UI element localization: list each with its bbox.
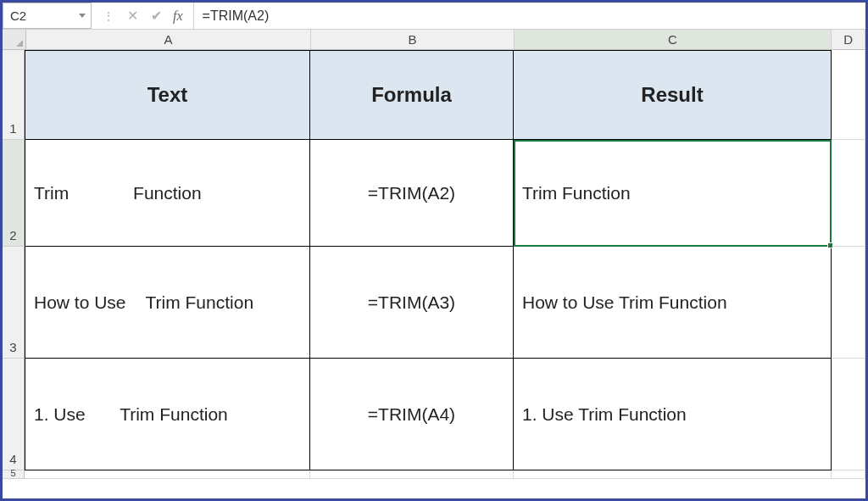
cell-a4[interactable]: 1. Use Trim Function (25, 359, 310, 470)
row-header-4[interactable]: 4 (3, 359, 25, 470)
cell-d3[interactable] (832, 247, 865, 359)
select-all-corner[interactable] (3, 30, 26, 49)
chevron-down-icon[interactable] (79, 14, 86, 18)
table-row: How to Use Trim Function =TRIM(A3) How t… (25, 247, 865, 359)
cell-a3[interactable]: How to Use Trim Function (25, 247, 310, 359)
spreadsheet-grid: 1 2 3 4 5 Text Formula Result Trim Funct… (3, 50, 865, 479)
row-header-3[interactable]: 3 (3, 247, 25, 359)
fx-icon[interactable]: fx (168, 8, 188, 24)
name-box-value: C2 (10, 8, 26, 23)
cancel-icon[interactable]: ✕ (120, 8, 144, 24)
cell-c3[interactable]: How to Use Trim Function (514, 247, 832, 359)
row-header-2[interactable]: 2 (3, 140, 25, 247)
formula-controls: ⋮ ✕ ✔ fx (92, 3, 194, 29)
column-header-c[interactable]: C (515, 30, 832, 49)
cell-d1[interactable] (832, 50, 865, 140)
cell-a2[interactable]: Trim Function (25, 140, 310, 247)
header-result[interactable]: Result (514, 50, 832, 140)
table-header-row: Text Formula Result (25, 50, 865, 140)
cell-b5[interactable] (310, 470, 514, 479)
cell-c2[interactable]: Trim Function (514, 140, 832, 247)
cell-c5[interactable] (514, 470, 832, 479)
row-headers: 1 2 3 4 5 (3, 50, 25, 479)
cell-c4[interactable]: 1. Use Trim Function (514, 359, 832, 470)
column-header-b[interactable]: B (311, 30, 515, 49)
cell-d2[interactable] (832, 140, 865, 247)
cell-b3[interactable]: =TRIM(A3) (310, 247, 514, 359)
column-header-d[interactable]: D (832, 30, 865, 49)
table-row: 1. Use Trim Function =TRIM(A4) 1. Use Tr… (25, 359, 865, 470)
table-row: Trim Function =TRIM(A2) Trim Function (25, 140, 865, 247)
table-row (25, 470, 865, 479)
row-header-1[interactable]: 1 (3, 50, 25, 140)
cell-d4[interactable] (832, 359, 865, 470)
formula-input[interactable]: =TRIM(A2) (194, 3, 865, 29)
column-header-a[interactable]: A (26, 30, 311, 49)
enter-icon[interactable]: ✔ (144, 8, 168, 24)
cell-d5[interactable] (832, 470, 865, 479)
cell-b4[interactable]: =TRIM(A4) (310, 359, 514, 470)
header-formula[interactable]: Formula (310, 50, 514, 140)
formula-bar: C2 ⋮ ✕ ✔ fx =TRIM(A2) (3, 3, 865, 30)
column-headers: A B C D (3, 30, 865, 50)
header-text[interactable]: Text (25, 50, 310, 140)
formula-text: =TRIM(A2) (203, 8, 270, 24)
row-header-5[interactable]: 5 (3, 470, 25, 479)
expand-icon[interactable]: ⋮ (97, 9, 120, 23)
cells-area: Text Formula Result Trim Function =TRIM(… (25, 50, 865, 479)
name-box[interactable]: C2 (3, 3, 92, 29)
cell-b2[interactable]: =TRIM(A2) (310, 140, 514, 247)
cell-a5[interactable] (25, 470, 310, 479)
